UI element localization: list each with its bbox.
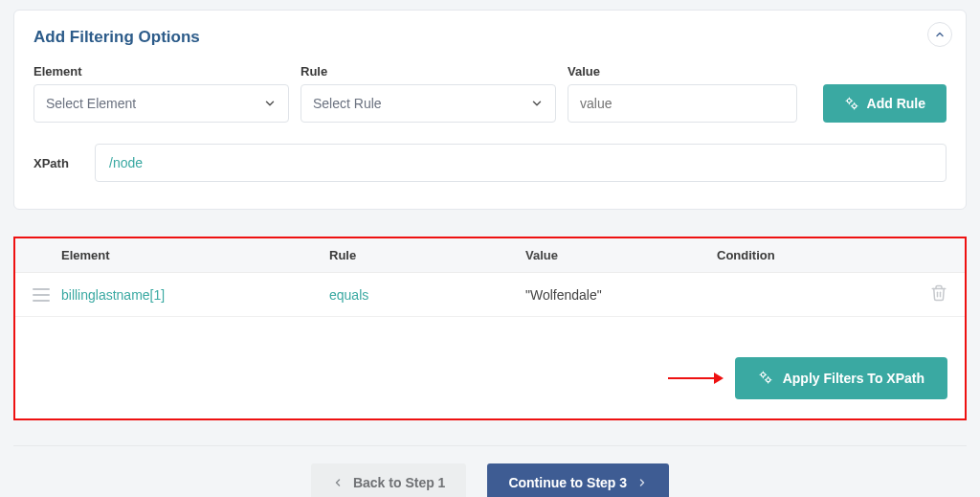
value-label: Value [568, 64, 797, 79]
back-label: Back to Step 1 [353, 475, 445, 490]
rule-label: Rule [301, 64, 556, 79]
chevron-left-icon [332, 477, 344, 488]
xpath-input[interactable] [95, 144, 947, 182]
filter-form-row: Element Select Element Rule Select Rule [33, 64, 947, 123]
svg-point-5 [766, 377, 769, 381]
wizard-nav: Back to Step 1 Continue to Step 3 [13, 445, 967, 497]
chevron-up-icon [934, 29, 946, 40]
apply-filters-button[interactable]: Apply Filters To XPath [735, 357, 947, 399]
col-header-condition: Condition [717, 248, 919, 262]
row-rule-link[interactable]: equals [329, 287, 525, 303]
xpath-row: XPath [33, 144, 947, 182]
table-header-row: Element Rule Value Condition [15, 238, 965, 273]
arrow-annotation [668, 377, 722, 379]
col-header-element: Element [61, 248, 329, 262]
col-header-rule: Rule [329, 248, 525, 262]
row-value: "Wolfendale" [525, 287, 717, 303]
xpath-label: XPath [33, 156, 78, 170]
drag-handle-icon[interactable] [33, 288, 50, 302]
svg-point-0 [847, 99, 851, 102]
filters-table-section: Element Rule Value Condition billinglast… [13, 237, 967, 420]
gears-icon [758, 370, 773, 388]
svg-point-1 [852, 104, 856, 108]
add-rule-label: Add Rule [867, 96, 925, 111]
rule-select[interactable]: Select Rule [301, 84, 556, 123]
add-filtering-panel: Add Filtering Options Element Select Ele… [13, 10, 967, 210]
rule-select-placeholder: Select Rule [313, 96, 382, 111]
gears-icon [844, 96, 859, 111]
col-header-value: Value [525, 248, 717, 262]
add-rule-button[interactable]: Add Rule [823, 84, 947, 123]
row-element-link[interactable]: billinglastname[1] [61, 287, 329, 303]
element-select[interactable]: Select Element [33, 84, 289, 123]
chevron-down-icon [530, 97, 544, 110]
chevron-right-icon [636, 477, 648, 488]
trash-icon[interactable] [930, 284, 947, 305]
back-button[interactable]: Back to Step 1 [311, 463, 466, 497]
continue-button[interactable]: Continue to Step 3 [487, 463, 669, 497]
table-row: billinglastname[1] equals "Wolfendale" [15, 273, 965, 317]
element-select-placeholder: Select Element [46, 96, 136, 111]
value-input[interactable] [568, 84, 797, 123]
svg-point-4 [761, 373, 765, 376]
apply-filters-label: Apply Filters To XPath [783, 371, 924, 386]
continue-label: Continue to Step 3 [508, 475, 627, 490]
chevron-down-icon [263, 97, 277, 110]
panel-title: Add Filtering Options [33, 28, 947, 47]
element-label: Element [33, 64, 289, 79]
collapse-button[interactable] [927, 22, 952, 47]
